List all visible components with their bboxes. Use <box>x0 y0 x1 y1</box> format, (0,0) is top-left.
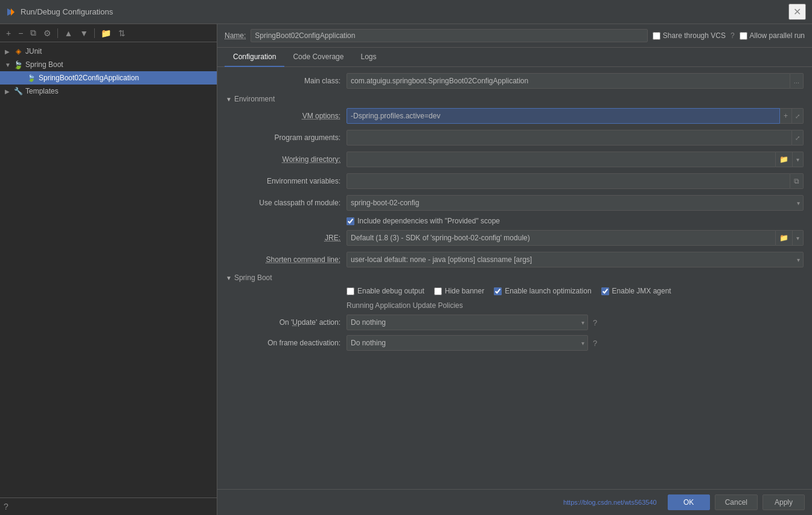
allow-parallel-checkbox[interactable] <box>740 32 747 40</box>
working-dir-dropdown-button[interactable]: ▾ <box>793 152 804 167</box>
jre-input[interactable] <box>347 230 776 246</box>
shorten-cmd-label: Shorten command line: <box>226 255 347 264</box>
sidebar: + − ⧉ ⚙ ▲ ▼ 📁 ⇅ ▶ ◈ JUnit <box>0 24 217 515</box>
include-deps-checkbox-label[interactable]: Include dependencies with "Provided" sco… <box>347 217 804 225</box>
environment-section-label: Environment <box>234 95 275 103</box>
settings-button[interactable]: ⚙ <box>41 27 54 39</box>
templates-icon: 🔧 <box>13 86 23 96</box>
jre-browse-button[interactable]: 📁 <box>776 230 793 246</box>
jre-label: JRE: <box>226 234 347 242</box>
working-dir-browse-button[interactable]: 📁 <box>776 152 793 167</box>
update-action-help[interactable]: ? <box>593 318 597 327</box>
include-deps-checkbox[interactable] <box>347 217 354 225</box>
frame-deactivation-label: On frame deactivation: <box>226 339 347 347</box>
vm-options-fullscreen-button[interactable]: ⤢ <box>792 108 804 124</box>
jmx-agent-label[interactable]: Enable JMX agent <box>601 287 671 295</box>
remove-config-button[interactable]: − <box>16 27 25 39</box>
tree-label-springboot: Spring Boot <box>25 60 63 69</box>
update-action-label: On 'Update' action: <box>226 318 347 327</box>
vm-options-input[interactable] <box>347 108 780 124</box>
move-up-button[interactable]: ▲ <box>62 27 75 39</box>
frame-deactivation-select[interactable]: Do nothing Update classes and resources … <box>347 335 588 351</box>
vm-options-expand-button[interactable]: + <box>780 108 792 124</box>
jre-row: JRE: 📁 ▾ <box>226 230 804 246</box>
tab-logs[interactable]: Logs <box>352 48 385 67</box>
share-vcs-group: Share through VCS <box>653 31 726 40</box>
close-button[interactable]: ✕ <box>788 4 806 20</box>
tab-code-coverage[interactable]: Code Coverage <box>284 48 352 67</box>
shorten-cmd-select-wrapper: user-local default: none - java [options… <box>347 252 804 267</box>
main-class-browse-button[interactable]: ... <box>790 73 804 89</box>
svg-marker-1 <box>11 8 14 16</box>
environment-expand-arrow[interactable]: ▼ <box>226 96 232 103</box>
classpath-select[interactable]: spring-boot-02-config <box>347 195 804 211</box>
apply-button[interactable]: Apply <box>762 494 805 510</box>
tree-label-templates: Templates <box>25 87 59 95</box>
main-class-label: Main class: <box>226 77 347 85</box>
env-vars-label: Environment variables: <box>226 177 347 185</box>
tree-item-springboot[interactable]: ▼ 🍃 Spring Boot <box>0 58 217 71</box>
program-args-input[interactable] <box>347 130 792 146</box>
sidebar-help-button[interactable]: ? <box>4 502 8 511</box>
program-args-label: Program arguments: <box>226 133 347 142</box>
frame-deactivation-row: On frame deactivation: Do nothing Update… <box>226 335 804 351</box>
add-config-button[interactable]: + <box>4 27 13 39</box>
jre-dropdown-button[interactable]: ▾ <box>793 230 804 246</box>
vm-options-input-group: + ⤢ <box>347 108 804 124</box>
springboot-section-header: ▼ Spring Boot <box>226 273 804 282</box>
program-args-expand-button[interactable]: ⤢ <box>792 130 804 146</box>
run-debug-configurations-dialog: Run/Debug Configurations ✕ + − ⧉ ⚙ ▲ ▼ 📁… <box>0 0 812 515</box>
env-vars-copy-button[interactable]: ⧉ <box>790 173 804 189</box>
tree-item-config-app[interactable]: 🍃 SpringBoot02ConfigApplication <box>0 71 217 85</box>
tab-configuration[interactable]: Configuration <box>225 48 284 67</box>
env-vars-row: Environment variables: ⧉ <box>226 173 804 189</box>
move-down-button[interactable]: ▼ <box>77 27 91 39</box>
shorten-cmd-select[interactable]: user-local default: none - java [options… <box>347 252 804 267</box>
folder-button[interactable]: 📁 <box>98 27 113 39</box>
frame-deactivation-help[interactable]: ? <box>593 339 597 348</box>
tree-item-junit[interactable]: ▶ ◈ JUnit <box>0 45 217 58</box>
sort-button[interactable]: ⇅ <box>116 27 128 39</box>
classpath-label: Use classpath of module: <box>226 199 347 207</box>
main-class-input[interactable] <box>347 73 790 89</box>
hide-banner-checkbox[interactable] <box>434 287 442 295</box>
working-dir-input[interactable] <box>347 152 776 167</box>
name-input[interactable] <box>251 29 648 42</box>
separator2 <box>94 28 95 38</box>
working-dir-row: Working directory: 📁 ▾ <box>226 152 804 167</box>
tree-item-templates[interactable]: ▶ 🔧 Templates <box>0 85 217 98</box>
working-dir-input-group: 📁 ▾ <box>347 152 804 167</box>
expand-arrow-junit: ▶ <box>5 48 13 55</box>
csdn-link[interactable]: https://blog.csdn.net/wts563540 <box>225 499 663 506</box>
launch-optimization-checkbox[interactable] <box>494 287 502 295</box>
junit-icon: ◈ <box>13 46 23 56</box>
title-bar: Run/Debug Configurations ✕ <box>0 0 812 24</box>
jmx-agent-checkbox[interactable] <box>601 287 609 295</box>
debug-output-checkbox[interactable] <box>347 287 354 295</box>
config-tree: ▶ ◈ JUnit ▼ 🍃 Spring Boot 🍃 SpringBoot02… <box>0 42 217 497</box>
allow-parallel-group: Allow parallel run <box>740 31 805 40</box>
env-vars-input[interactable] <box>347 173 790 189</box>
program-args-row: Program arguments: ⤢ <box>226 130 804 146</box>
ok-button[interactable]: OK <box>668 494 710 510</box>
cancel-button[interactable]: Cancel <box>715 494 758 510</box>
update-action-select[interactable]: Do nothing Update classes and resources … <box>347 315 588 330</box>
springboot-options-row: Enable debug output Hide banner Enable l… <box>347 287 804 295</box>
vcs-help-icon[interactable]: ? <box>730 31 735 40</box>
hide-banner-label[interactable]: Hide banner <box>434 287 484 295</box>
copy-config-button[interactable]: ⧉ <box>28 27 39 39</box>
environment-section-header: ▼ Environment <box>226 95 804 103</box>
classpath-select-wrapper: spring-boot-02-config ▾ <box>347 195 804 211</box>
include-deps-label: Include dependencies with "Provided" sco… <box>357 217 500 225</box>
shorten-cmd-row: Shorten command line: user-local default… <box>226 252 804 267</box>
debug-output-label[interactable]: Enable debug output <box>347 287 424 295</box>
app-icon <box>6 7 16 17</box>
launch-optimization-label[interactable]: Enable launch optimization <box>494 287 591 295</box>
springboot-expand-arrow[interactable]: ▼ <box>226 275 232 281</box>
share-vcs-checkbox[interactable] <box>653 32 660 40</box>
name-right-controls: Share through VCS ? Allow parallel run <box>653 31 805 40</box>
sidebar-bottom: ? <box>0 497 217 515</box>
include-deps-row: Include dependencies with "Provided" sco… <box>347 217 804 225</box>
vm-options-row: VM options: + ⤢ <box>226 108 804 124</box>
program-args-input-group: ⤢ <box>347 130 804 146</box>
